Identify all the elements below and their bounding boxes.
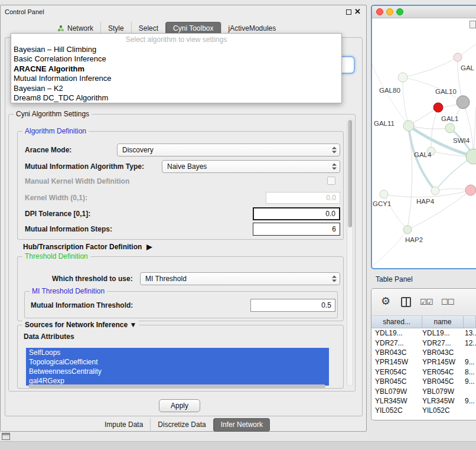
manual-kernel-checkbox[interactable] [327, 177, 335, 185]
table-cell: YDL19... [371, 329, 422, 337]
network-node[interactable] [380, 190, 388, 198]
data-attributes-label: Data Attributes [24, 332, 74, 341]
control-panel-title: Control Panel [5, 8, 44, 15]
expand-arrow-icon[interactable]: ▶ [146, 243, 152, 251]
node-label: GAL80 [379, 87, 400, 94]
attribute-selfloops[interactable]: SelfLoops [26, 348, 329, 357]
sources-group-title[interactable]: Sources for Network Inference ▼ [22, 321, 139, 329]
which-threshold-combo[interactable]: MI Threshold [140, 272, 340, 285]
tab-label: Infer Network [221, 420, 263, 429]
table-row[interactable]: YIL052CYIL052C [371, 406, 476, 415]
table-cell: YBL079W [371, 387, 422, 396]
table-cell: YIL052C [371, 406, 422, 415]
network-node[interactable] [433, 103, 443, 112]
network-node[interactable] [445, 123, 455, 133]
algorithm-option-bayesian-hill-climbing[interactable]: Bayesian – Hill Climbing [11, 45, 341, 54]
network-node[interactable] [403, 120, 414, 131]
tab-infer-network[interactable]: Infer Network [213, 418, 270, 432]
tab-label: Network [67, 24, 93, 32]
network-edge[interactable] [372, 230, 407, 266]
control-panel-titlebar[interactable]: Control Panel ✕ [1, 5, 366, 18]
network-node[interactable] [454, 53, 462, 61]
network-node[interactable] [465, 185, 476, 195]
column-header-name[interactable]: name [422, 316, 464, 328]
algorithm-option-mutual-information-inference[interactable]: Mutual Information Inference [11, 74, 341, 83]
aracne-mode-combo[interactable]: Discovery [117, 144, 340, 156]
zoom-traffic-icon[interactable] [396, 8, 403, 15]
table-row[interactable]: YER054CYER054C8... [371, 367, 476, 377]
network-edge[interactable] [431, 107, 438, 151]
restore-panel-icon[interactable] [2, 433, 10, 440]
hub-transcription-section[interactable]: Hub/Transcription Factor Definition ▶ [23, 243, 152, 251]
network-edge[interactable] [403, 57, 458, 77]
close-traffic-icon[interactable] [376, 8, 383, 15]
node-label: SWI4 [453, 137, 470, 144]
table-cell: YBR045C [422, 377, 464, 386]
network-edge[interactable] [384, 190, 471, 197]
settings-scrollbar[interactable] [347, 118, 353, 386]
network-edge[interactable] [403, 77, 409, 126]
table-row[interactable]: YLR345WYLR345W9... [371, 396, 476, 406]
attribute-topologicalcoefficient[interactable]: TopologicalCoefficient [26, 357, 329, 367]
table-cell: 13... [464, 329, 476, 337]
column-header-col3[interactable] [464, 316, 476, 328]
algorithm-option-basic-correlation-inference[interactable]: Basic Correlation Inference [11, 54, 341, 64]
data-attributes-list[interactable]: SelfLoopsTopologicalCoefficientBetweenne… [26, 348, 329, 386]
dropdown-placeholder: Select algorithm to view settings [11, 35, 341, 45]
table-row[interactable]: YDR27...YDR27...12... [371, 338, 476, 347]
table-cell: YBL079W [422, 387, 464, 396]
network-canvas[interactable]: GALGAL80GAL10GAL1GAL11SWI4GAL4GCY1HAP4HA… [372, 18, 476, 269]
table-cell: YPR145W [422, 358, 464, 366]
algorithm-definition-title: Algorithm Definition [22, 127, 89, 135]
tab-discretize-data[interactable]: Discretize Data [150, 418, 213, 432]
mi-threshold-label: Mutual Information Threshold: [31, 301, 133, 309]
float-window-icon[interactable] [346, 9, 351, 15]
network-node[interactable] [457, 96, 470, 109]
collapse-arrow-icon[interactable]: ▼ [129, 321, 136, 329]
attribute-betweennesscentrality[interactable]: BetweennessCentrality [26, 367, 329, 376]
table-cell: YPR145W [371, 358, 422, 366]
dropdown-item-list: Bayesian – Hill ClimbingBasic Correlatio… [11, 45, 341, 103]
table-cell: YER054C [371, 368, 422, 376]
algorithm-option-aracne-algorithm[interactable]: ARACNE Algorithm [11, 64, 341, 74]
gear-icon[interactable]: ⚙ [381, 295, 390, 308]
table-cell: YBR043C [422, 348, 464, 357]
node-label: HAP4 [416, 198, 435, 205]
dpi-tolerance-value: 0.0 [325, 210, 335, 218]
apply-button[interactable]: Apply [159, 399, 200, 412]
settings-scrollbar-thumb[interactable] [348, 120, 352, 227]
table-row[interactable]: YBL079WYBL079W [371, 386, 476, 396]
algorithm-option-bayesian-k2[interactable]: Bayesian – K2 [11, 84, 341, 93]
network-window-titlebar[interactable] [372, 6, 476, 18]
mi-type-combo[interactable]: Naive Bayes [162, 160, 340, 173]
table-row[interactable]: YPR145WYPR145W9... [371, 357, 476, 367]
deselect-all-checkboxes-icon[interactable]: ☐☐ [441, 298, 454, 306]
kernel-width-field[interactable]: 0.0 [266, 192, 340, 204]
table-cell: YBR043C [371, 348, 422, 357]
pane-corner-button[interactable] [470, 21, 476, 28]
list-horizontal-scrollbar[interactable] [28, 384, 325, 388]
select-all-checkboxes-icon[interactable]: ☑☑ [420, 298, 432, 306]
algorithm-option-dream8-dc-tdc-algorithm[interactable]: Dream8 DC_TDC Algorithm [11, 93, 341, 103]
network-node[interactable] [398, 73, 407, 82]
mi-threshold-field[interactable]: 0.5 [250, 299, 335, 312]
dpi-tolerance-field[interactable]: 0.0 [253, 207, 340, 220]
network-node[interactable] [403, 226, 412, 234]
columns-icon[interactable] [401, 297, 411, 307]
table-row[interactable]: YDL19...YDL19...13... [371, 328, 476, 338]
minimize-traffic-icon[interactable] [386, 8, 393, 15]
table-row[interactable]: YBR045CYBR045C9... [371, 377, 476, 386]
node-label: GAL10 [435, 88, 457, 95]
network-edge[interactable] [384, 194, 407, 230]
combo-arrows-icon [331, 163, 337, 171]
threshold-definition-group: Threshold Definition Which threshold to … [17, 256, 344, 321]
mi-steps-field[interactable]: 6 [253, 223, 340, 236]
tab-impute-data[interactable]: Impute Data [97, 418, 150, 432]
manual-kernel-label: Manual Kernel Width Definition [25, 177, 129, 185]
table-row[interactable]: YBR043CYBR043C [371, 348, 476, 357]
column-header-shared[interactable]: shared... [371, 316, 422, 328]
close-icon[interactable]: ✕ [354, 7, 361, 16]
network-node[interactable] [466, 149, 476, 164]
mi-threshold-definition-group: MI Threshold Definition Mutual Informati… [24, 291, 338, 318]
network-node[interactable] [431, 187, 439, 195]
